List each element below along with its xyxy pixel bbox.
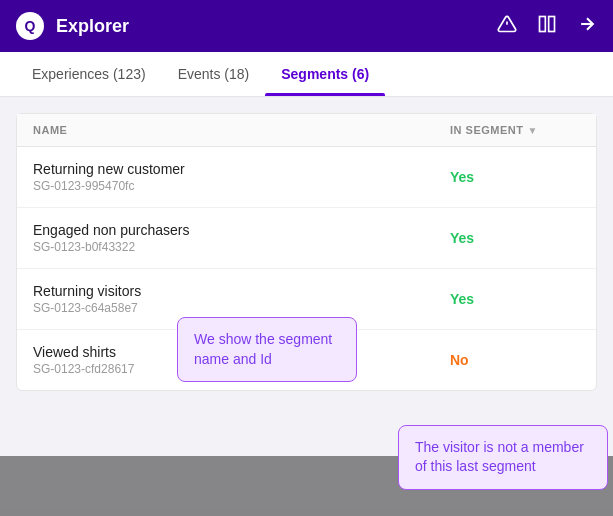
row-segment-id: SG-0123-995470fc <box>33 179 450 193</box>
row-segment-status: Yes <box>450 230 580 246</box>
segments-table: NAME IN SEGMENT ▼ Returning new customer… <box>16 113 597 391</box>
row-segment-status: No <box>450 352 580 368</box>
header-actions <box>497 14 597 39</box>
app-logo: Q <box>16 12 44 40</box>
row-segment-name: Returning visitors <box>33 283 450 299</box>
sort-icon[interactable]: ▼ <box>527 125 537 136</box>
row-segment-status: Yes <box>450 291 580 307</box>
book-icon[interactable] <box>537 14 557 39</box>
tooltip-visitor-not-member: The visitor is not a member of this last… <box>398 425 608 490</box>
app-header: Q Explorer <box>0 0 613 52</box>
app-title: Explorer <box>56 16 485 37</box>
tab-events[interactable]: Events (18) <box>162 52 266 96</box>
row-name-block: Returning visitors SG-0123-c64a58e7 <box>33 283 450 315</box>
row-name-block: Engaged non purchasers SG-0123-b0f43322 <box>33 222 450 254</box>
arrow-right-icon[interactable] <box>577 14 597 39</box>
table-row: Returning visitors SG-0123-c64a58e7 Yes … <box>17 269 596 330</box>
table-row: Engaged non purchasers SG-0123-b0f43322 … <box>17 208 596 269</box>
row-name-block: Returning new customer SG-0123-995470fc <box>33 161 450 193</box>
svg-rect-3 <box>549 16 555 31</box>
column-segment-header: IN SEGMENT ▼ <box>450 124 580 136</box>
row-segment-id: SG-0123-b0f43322 <box>33 240 450 254</box>
tab-experiences[interactable]: Experiences (123) <box>16 52 162 96</box>
table-row: Returning new customer SG-0123-995470fc … <box>17 147 596 208</box>
svg-rect-2 <box>540 16 546 31</box>
row-segment-id: SG-0123-c64a58e7 <box>33 301 450 315</box>
table-header-row: NAME IN SEGMENT ▼ <box>17 114 596 147</box>
row-segment-status: Yes <box>450 169 580 185</box>
alert-icon[interactable] <box>497 14 517 39</box>
tab-segments[interactable]: Segments (6) <box>265 52 385 96</box>
row-segment-name: Returning new customer <box>33 161 450 177</box>
tooltip-segment-name: We show the segment name and Id <box>177 317 357 382</box>
row-segment-name: Engaged non purchasers <box>33 222 450 238</box>
column-name-header: NAME <box>33 124 450 136</box>
nav-tabs: Experiences (123) Events (18) Segments (… <box>0 52 613 97</box>
